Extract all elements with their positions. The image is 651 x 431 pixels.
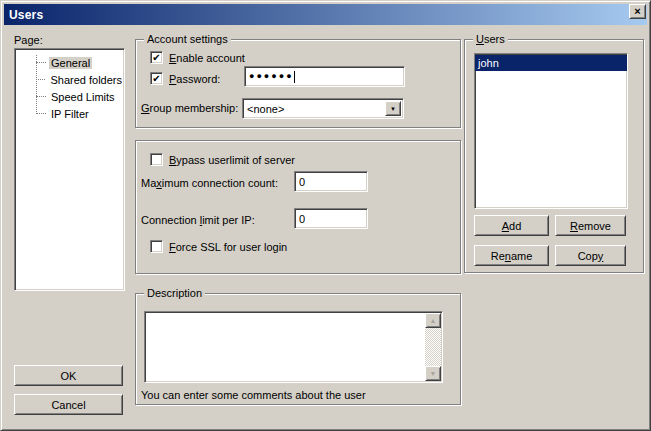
title-bar[interactable]: Users <box>4 4 647 25</box>
scroll-up-button[interactable]: ▲ <box>425 313 441 328</box>
tree-item-general[interactable]: General <box>15 54 124 71</box>
bypass-userlimit-checkbox[interactable]: Bypass userlimit of server <box>150 153 295 166</box>
scroll-up-icon: ▲ <box>430 317 437 324</box>
password-value: ●●●●●● <box>249 71 294 82</box>
tree-item-ip-filter[interactable]: IP Filter <box>15 105 124 122</box>
checkbox-box[interactable] <box>150 153 163 166</box>
checkbox-box[interactable]: ✔ <box>150 72 163 85</box>
users-listbox[interactable]: john <box>474 53 628 209</box>
password-label: Password: <box>169 73 220 85</box>
enable-account-label: Enable account <box>169 52 245 64</box>
force-ssl-checkbox[interactable]: Force SSL for user login <box>150 240 287 253</box>
description-textarea[interactable]: ▲ ▼ <box>144 311 443 383</box>
bypass-userlimit-label: Bypass userlimit of server <box>169 154 295 166</box>
force-ssl-label: Force SSL for user login <box>169 241 287 253</box>
ok-button[interactable]: OK <box>14 365 123 386</box>
dropdown-button[interactable]: ▼ <box>385 101 401 116</box>
description-legend: Description <box>144 286 205 300</box>
password-input[interactable]: ●●●●●● <box>244 66 405 87</box>
scroll-down-icon: ▼ <box>430 370 437 377</box>
checkbox-box[interactable]: ✔ <box>150 51 163 64</box>
close-icon: × <box>634 6 640 17</box>
window-title: Users <box>9 8 43 22</box>
text-caret <box>294 71 295 83</box>
rename-button[interactable]: Rename <box>474 245 549 266</box>
account-settings-legend: Account settings <box>144 32 231 46</box>
close-button[interactable]: × <box>629 4 646 19</box>
connection-per-ip-input[interactable]: 0 <box>294 208 368 229</box>
copy-button[interactable]: Copy <box>555 245 626 266</box>
scroll-down-button[interactable]: ▼ <box>425 366 441 381</box>
check-icon: ✔ <box>152 53 160 63</box>
tree-item-speed-limits[interactable]: Speed Limits <box>15 88 124 105</box>
max-connection-input[interactable]: 0 <box>294 171 368 192</box>
password-checkbox[interactable]: ✔ Password: <box>150 72 220 85</box>
enable-account-checkbox[interactable]: ✔ Enable account <box>150 51 245 64</box>
connection-per-ip-label: Connection limit per IP: <box>141 214 255 226</box>
group-membership-label: Group membership: <box>141 102 238 114</box>
group-membership-dropdown[interactable]: <none> ▼ <box>242 98 404 119</box>
users-dialog: Users × Page: General Shared folders Spe… <box>0 0 651 431</box>
user-list-item[interactable]: john <box>475 55 627 71</box>
check-icon: ✔ <box>152 74 160 84</box>
add-button[interactable]: Add <box>474 215 549 236</box>
tree-item-shared-folders[interactable]: Shared folders <box>15 71 124 88</box>
chevron-down-icon: ▼ <box>390 106 396 112</box>
users-legend: Users <box>473 32 508 46</box>
description-hint: You can enter some comments about the us… <box>141 389 366 401</box>
group-membership-value: <none> <box>247 103 284 115</box>
remove-button[interactable]: Remove <box>555 215 626 236</box>
description-scrollbar[interactable]: ▲ ▼ <box>425 313 441 381</box>
cancel-button[interactable]: Cancel <box>14 394 123 415</box>
page-label: Page: <box>14 34 43 46</box>
checkbox-box[interactable] <box>150 240 163 253</box>
max-connection-label: Maximum connection count: <box>141 177 278 189</box>
page-tree[interactable]: General Shared folders Speed Limits IP F… <box>14 48 125 291</box>
